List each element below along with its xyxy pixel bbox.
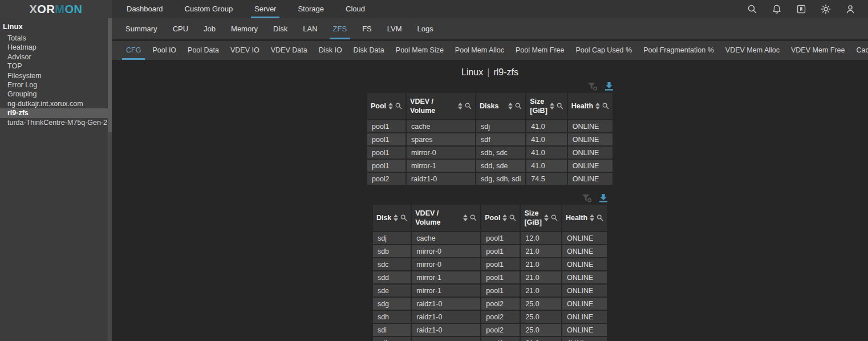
cell-size-gib: 41.0 [526, 133, 567, 145]
sub-nav-item-fs[interactable]: FS [356, 18, 378, 39]
sub-nav-item-summary[interactable]: Summary [120, 18, 163, 39]
column-header-vdev-volume[interactable]: VDEV / Volume [407, 93, 475, 119]
column-search-icon[interactable] [597, 214, 603, 221]
sidebar-item-advisor[interactable]: Advisor [0, 52, 112, 62]
column-label: Size [GiB] [524, 209, 542, 228]
tab-vdev-mem-alloc[interactable]: VDEV Mem Alloc [720, 41, 785, 60]
table-row: pool2raidz1-0sdg, sdh, sdi74.5ONLINE [367, 173, 613, 185]
settings-gear-icon[interactable] [821, 4, 831, 14]
sort-icon[interactable] [463, 214, 468, 221]
sidebar-scrollbar[interactable] [108, 18, 112, 341]
column-header-disk[interactable]: Disk [373, 205, 411, 231]
column-header-pool[interactable]: Pool [367, 93, 405, 119]
bookmark-icon[interactable] [796, 4, 806, 14]
cell-size-gib: 25.0 [521, 311, 561, 323]
cell-pool: pool1 [367, 160, 405, 172]
cell-disks: sdd, sde [476, 160, 525, 172]
account-person-icon[interactable] [845, 4, 855, 14]
sort-icon[interactable] [394, 214, 398, 221]
sub-nav-item-disk[interactable]: Disk [267, 18, 293, 39]
main-nav-item-server[interactable]: Server [248, 0, 283, 18]
header-icon-group [747, 0, 868, 18]
download-icon[interactable] [599, 194, 608, 202]
sub-nav-item-cpu[interactable]: CPU [167, 18, 194, 39]
logo-part-x: X [29, 3, 37, 15]
main-nav-item-custom-group[interactable]: Custom Group [178, 0, 240, 18]
tab-pool-mem-alloc[interactable]: Pool Mem Alloc [450, 41, 509, 60]
sub-nav-item-memory[interactable]: Memory [225, 18, 263, 39]
notifications-bell-icon[interactable] [772, 4, 782, 14]
column-search-icon[interactable] [400, 214, 407, 221]
sub-nav-item-lan[interactable]: LAN [297, 18, 323, 39]
tab-disk-data[interactable]: Disk Data [348, 41, 390, 60]
column-header-size-gib[interactable]: Size [GiB] [526, 93, 567, 119]
sub-nav-item-job[interactable]: Job [198, 18, 221, 39]
download-icon[interactable] [605, 82, 614, 91]
main-nav-item-storage[interactable]: Storage [291, 0, 331, 18]
search-icon[interactable] [747, 4, 757, 14]
tab-pool-data[interactable]: Pool Data [182, 41, 224, 60]
column-header-vdev-volume[interactable]: VDEV / Volume [412, 205, 480, 231]
sort-icon[interactable] [595, 103, 600, 109]
cell-health: ONLINE [562, 271, 607, 283]
app-logo[interactable]: XORMON [0, 0, 112, 18]
column-search-icon[interactable] [395, 103, 402, 109]
content-area: Linux|rl9-zfs PoolVDEV / VolumeDisksSize… [112, 60, 868, 341]
cell-health: ONLINE [568, 120, 613, 132]
sort-icon[interactable] [508, 103, 513, 109]
column-header-size-gib[interactable]: Size [GiB] [521, 205, 561, 231]
page-title-separator: | [487, 67, 489, 77]
sort-icon[interactable] [502, 214, 507, 221]
sub-nav-item-zfs[interactable]: ZFS [327, 18, 353, 39]
filter-icon[interactable] [582, 194, 592, 202]
tab-pool-cap-used[interactable]: Pool Cap Used % [570, 41, 637, 60]
sort-icon[interactable] [388, 103, 393, 109]
tab-vdev-io[interactable]: VDEV IO [225, 41, 265, 60]
column-search-icon[interactable] [515, 103, 522, 109]
cell-disks: sdj [476, 120, 525, 132]
filter-icon[interactable] [587, 82, 598, 91]
sidebar-item-turda-thinkcentre-m75q-gen-2[interactable]: turda-ThinkCentre-M75q-Gen-2 [0, 118, 112, 127]
main-nav-item-cloud[interactable]: Cloud [339, 0, 372, 18]
column-search-icon[interactable] [465, 103, 472, 109]
column-search-icon[interactable] [509, 214, 516, 221]
column-search-icon[interactable] [551, 214, 558, 221]
column-header-disks[interactable]: Disks [476, 93, 525, 119]
sort-icon[interactable] [590, 214, 594, 221]
sub-nav-item-logs[interactable]: Logs [412, 18, 439, 39]
sidebar-item-ng-dutkajr-int-xorux-com[interactable]: ng-dutkajr.int.xorux.com [0, 99, 112, 108]
tab-vdev-data[interactable]: VDEV Data [266, 41, 313, 60]
sidebar-item-rl9-zfs[interactable]: rl9-zfs [0, 108, 112, 117]
tab-cache[interactable]: Cache % [851, 41, 868, 60]
tab-vdev-mem-free[interactable]: VDEV Mem Free [786, 41, 850, 60]
table-row: sdfsparespool121.0AVAIL [373, 337, 607, 341]
sidebar-item-heatmap[interactable]: Heatmap [0, 43, 112, 52]
sidebar-item-filesystem[interactable]: Filesystem [0, 71, 112, 80]
sidebar-scrollbar-thumb[interactable] [108, 18, 112, 132]
cell-pool: pool1 [481, 258, 520, 270]
sort-icon[interactable] [458, 103, 463, 109]
cell-size-gib: 21.0 [521, 337, 561, 341]
sidebar-item-top[interactable]: TOP [0, 62, 112, 71]
main-nav-item-dashboard[interactable]: Dashboard [120, 0, 170, 18]
column-search-icon[interactable] [470, 214, 477, 221]
sub-nav-item-lvm[interactable]: LVM [382, 18, 408, 39]
column-header-pool[interactable]: Pool [481, 205, 520, 231]
column-header-health[interactable]: Health [562, 205, 607, 231]
cell-vdev-volume: cache [412, 232, 480, 244]
tab-disk-io[interactable]: Disk IO [314, 41, 347, 60]
tab-pool-fragmentation[interactable]: Pool Fragmentation % [638, 41, 719, 60]
sidebar-item-error-log[interactable]: Error Log [0, 80, 112, 90]
column-search-icon[interactable] [557, 103, 563, 109]
tab-pool-mem-size[interactable]: Pool Mem Size [391, 41, 449, 60]
tab-cfg[interactable]: CFG [121, 41, 146, 60]
disk-table-actions [372, 193, 608, 203]
sidebar-item-totals[interactable]: Totals [0, 34, 112, 43]
sort-icon[interactable] [550, 103, 554, 109]
tab-pool-io[interactable]: Pool IO [147, 41, 181, 60]
sort-icon[interactable] [544, 214, 549, 221]
tab-pool-mem-free[interactable]: Pool Mem Free [510, 41, 569, 60]
sidebar-item-grouping[interactable]: Grouping [0, 90, 112, 99]
column-header-health[interactable]: Health [568, 93, 613, 119]
column-search-icon[interactable] [602, 103, 609, 109]
